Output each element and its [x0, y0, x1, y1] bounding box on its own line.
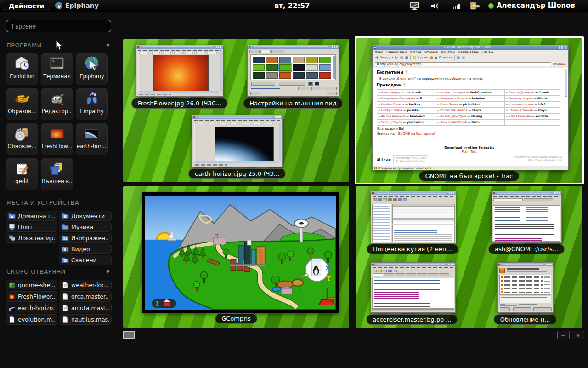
place-item-network[interactable]: Локална мр... — [6, 233, 57, 243]
add-workspace-button[interactable]: + — [572, 331, 584, 339]
wallpaper-thumb[interactable] — [293, 64, 305, 71]
svg-text:♪: ♪ — [64, 226, 67, 230]
window-update-manager[interactable] — [497, 262, 554, 313]
window-evolution-mail[interactable] — [371, 191, 456, 244]
wallpaper-thumb[interactable] — [306, 72, 318, 79]
display-icon[interactable] — [409, 2, 419, 10]
place-item-downloads[interactable]: Свалени — [59, 255, 112, 265]
updates-icon — [14, 126, 30, 142]
recent-item-thumb-earth[interactable]: earth-horizo... — [6, 303, 57, 313]
window-gcompris[interactable]: ? — [142, 192, 339, 313]
window-appearance-settings[interactable] — [247, 45, 339, 97]
wallpaper-thumb[interactable] — [319, 57, 331, 63]
terminal-icon: >_ — [49, 56, 65, 72]
clock[interactable]: вт, 22:57 — [275, 2, 310, 10]
remove-workspace-button[interactable]: − — [557, 331, 570, 339]
app-terminal[interactable]: >_Терминал — [41, 53, 73, 85]
place-item-images[interactable]: Изображен... — [59, 233, 112, 243]
translator-cell: → Виктор Дачев — tech_noir — [504, 90, 560, 96]
programs-expand-icon[interactable] — [107, 43, 110, 47]
app-photo-earth[interactable]: earth-hori... — [76, 123, 108, 155]
place-item-video[interactable]: Видео — [59, 244, 112, 254]
wallpaper-thumb[interactable] — [319, 72, 331, 79]
places-section-header: МЕСТА И УСТРОЙСТВА — [6, 199, 79, 206]
update-row — [501, 291, 550, 293]
recent-item-thumb-orange[interactable]: FreshFlower... — [6, 291, 57, 302]
place-label: Видео — [71, 246, 90, 253]
wallpaper-thumb[interactable] — [279, 57, 291, 63]
trac-menu-item: Изглед — [410, 50, 421, 54]
app-gimp[interactable]: Редактор ... — [41, 88, 73, 120]
update-status-dot — [501, 280, 503, 282]
window-epiphany-trac[interactable]: GNOME на български! - Trac ФайлРедактира… — [372, 45, 569, 170]
wallpaper-thumb[interactable] — [279, 72, 291, 79]
window-terminal[interactable] — [492, 191, 562, 243]
network-signal-icon[interactable] — [452, 2, 462, 10]
trac-logo: trac — [381, 157, 391, 162]
wallpaper-thumb[interactable] — [319, 64, 331, 71]
update-status-dot — [501, 276, 503, 278]
app-updates[interactable]: Обновле... — [6, 123, 38, 155]
wallpaper-thumb[interactable] — [293, 57, 305, 63]
photo-earth-icon — [84, 126, 100, 142]
epiphany-icon — [84, 56, 100, 72]
workspace-indicator[interactable] — [123, 331, 135, 339]
earth-horizon-image — [215, 126, 274, 163]
focused-app-menu[interactable]: Epiphany — [65, 2, 99, 9]
search-input[interactable] — [6, 20, 111, 32]
activities-button[interactable]: Дейности — [3, 1, 50, 11]
wallpaper-thumb[interactable] — [253, 64, 265, 71]
trac-menu-item: Подпрозорци — [458, 50, 479, 54]
app-gedit[interactable]: gedit — [6, 158, 38, 190]
wallpaper-thumb[interactable] — [266, 64, 278, 71]
recent-item-page[interactable]: weather-loc... — [59, 280, 112, 290]
wallpaper-thumb[interactable] — [293, 72, 305, 79]
place-item-docs[interactable]: Документи — [59, 211, 112, 221]
place-item-home[interactable]: Домашна п... — [6, 211, 57, 221]
window-titlebar — [248, 45, 339, 49]
app-epiphany[interactable]: Epiphany — [76, 53, 108, 85]
place-item-desktop[interactable]: Плот — [6, 222, 57, 232]
place-label: Локална мр... — [18, 235, 55, 242]
translator-cell: → Атанас Кошаров — WebCrusader — [436, 90, 504, 96]
place-label: Музика — [71, 224, 93, 230]
wallpaper-thumb[interactable] — [306, 57, 318, 63]
app-evolution[interactable]: Evolution — [6, 53, 38, 85]
place-item-music[interactable]: ♪Музика — [59, 222, 112, 232]
trac-menu-item: Отиване — [424, 50, 438, 54]
window-gimp-freshflower[interactable] — [136, 45, 223, 97]
recent-section-header: СКОРО ОТВАРЯНИ — [6, 268, 66, 275]
recent-expand-icon[interactable] — [107, 269, 110, 274]
wallpaper-thumb[interactable] — [279, 64, 291, 71]
recent-item-shot-green[interactable]: gnome-shel... — [6, 280, 57, 290]
recent-item-page[interactable]: nautilus.mas... — [59, 314, 112, 325]
app-photo-orange[interactable]: FreshFlow... — [41, 123, 73, 155]
wallpaper-thumb[interactable] — [306, 64, 318, 71]
wallpaper-thumb[interactable] — [253, 72, 265, 79]
go-button: Отиване — [553, 63, 566, 66]
translator-cell: → Явор Доганов — yavorescu — [377, 119, 436, 125]
update-row — [501, 283, 550, 286]
update-status-dot — [501, 291, 503, 293]
window-gimp-earth-horizon[interactable] — [192, 115, 283, 167]
app-label: earth-hori... — [77, 143, 107, 150]
status-icon — [374, 167, 377, 169]
app-label: Редактор ... — [42, 108, 72, 115]
volume-icon[interactable] — [430, 2, 440, 10]
app-gcompris[interactable]: Образов... — [6, 88, 38, 120]
user-menu[interactable]: Александър Шопов — [497, 1, 575, 10]
wallpaper-grid — [253, 57, 331, 79]
recent-item-page[interactable]: anjuta.mast... — [59, 303, 112, 313]
battery-icon[interactable] — [469, 2, 480, 10]
wallpaper-thumb[interactable] — [266, 72, 278, 79]
updates-header-icon — [499, 268, 505, 273]
place-label: Плот — [18, 224, 33, 230]
update-description — [499, 296, 551, 303]
app-empathy[interactable]: Empathy — [76, 88, 108, 120]
recent-item-page[interactable]: orca.master.... — [59, 291, 112, 302]
app-appearance[interactable]: Външен в... — [41, 158, 73, 190]
window-gedit-po-file[interactable] — [371, 262, 456, 313]
recent-item-page[interactable]: evolution.m... — [6, 314, 57, 325]
wallpaper-thumb[interactable] — [253, 57, 265, 63]
wallpaper-thumb[interactable] — [266, 57, 278, 63]
